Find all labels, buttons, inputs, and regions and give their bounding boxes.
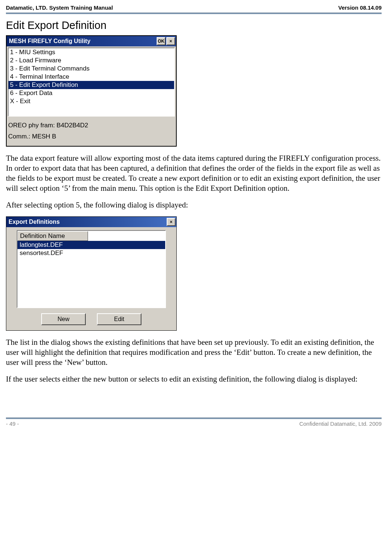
header-left: Datamatic, LTD. System Training Manual bbox=[6, 4, 113, 11]
export-definitions-window: Export Definitions × Definition Name lat… bbox=[6, 216, 177, 331]
header-right: Version 08.14.09 bbox=[338, 4, 382, 11]
menu-item-edit-terminal-commands[interactable]: 3 - Edit Terminal Commands bbox=[9, 65, 174, 73]
config-utility-window: MESH FIREFLY Config Utility OK × 1 - MIU… bbox=[6, 35, 177, 147]
button-row: New Edit bbox=[6, 311, 176, 330]
definition-item[interactable]: sensortest.DEF bbox=[17, 249, 165, 257]
new-button[interactable]: New bbox=[41, 313, 86, 325]
window-title: MESH FIREFLY Config Utility bbox=[9, 38, 156, 45]
page-number: - 49 - bbox=[6, 421, 19, 427]
paragraph-2: After selecting option 5, the following … bbox=[6, 200, 382, 210]
close-icon[interactable]: × bbox=[167, 218, 176, 226]
window-titlebar: Export Definitions × bbox=[6, 217, 176, 227]
status-area: OREO phy fram: B4D2B4D2 Comm.: MESH B bbox=[7, 118, 176, 146]
definition-item[interactable]: latlongtest.DEF bbox=[17, 241, 165, 249]
edit-button[interactable]: Edit bbox=[97, 313, 141, 325]
page-footer: - 49 - Confidential Datamatic, Ltd. 2009 bbox=[6, 419, 382, 427]
window-title: Export Definitions bbox=[9, 219, 166, 225]
menu-item-terminal-interface[interactable]: 4 - Terminal Interface bbox=[9, 73, 174, 81]
ok-button[interactable]: OK bbox=[157, 37, 166, 45]
close-icon[interactable]: × bbox=[166, 37, 175, 45]
section-title: Edit Export Definition bbox=[6, 19, 382, 32]
page-header: Datamatic, LTD. System Training Manual V… bbox=[6, 4, 382, 13]
menu-item-exit[interactable]: X - Exit bbox=[9, 97, 174, 105]
main-menu-list[interactable]: 1 - MIU Settings 2 - Load Firmware 3 - E… bbox=[8, 48, 175, 117]
column-header-definition-name[interactable]: Definition Name bbox=[17, 231, 88, 241]
paragraph-4: If the user selects either the new butto… bbox=[6, 374, 382, 384]
menu-item-export-data[interactable]: 6 - Export Data bbox=[9, 89, 174, 97]
definitions-listbox[interactable]: Definition Name latlongtest.DEF sensorte… bbox=[17, 230, 166, 308]
paragraph-3: The list in the dialog shows the existin… bbox=[6, 337, 382, 367]
window-titlebar: MESH FIREFLY Config Utility OK × bbox=[7, 36, 176, 46]
menu-item-edit-export-definition[interactable]: 5 - Edit Export Definition bbox=[9, 81, 174, 89]
paragraph-1: The data export feature will allow expor… bbox=[6, 153, 382, 193]
status-line-2: Comm.: MESH B bbox=[8, 131, 174, 142]
status-line-1: OREO phy fram: B4D2B4D2 bbox=[8, 120, 174, 131]
header-rule bbox=[6, 13, 382, 14]
menu-item-miu-settings[interactable]: 1 - MIU Settings bbox=[9, 48, 174, 56]
menu-item-load-firmware[interactable]: 2 - Load Firmware bbox=[9, 56, 174, 65]
footer-right: Confidential Datamatic, Ltd. 2009 bbox=[299, 421, 382, 427]
